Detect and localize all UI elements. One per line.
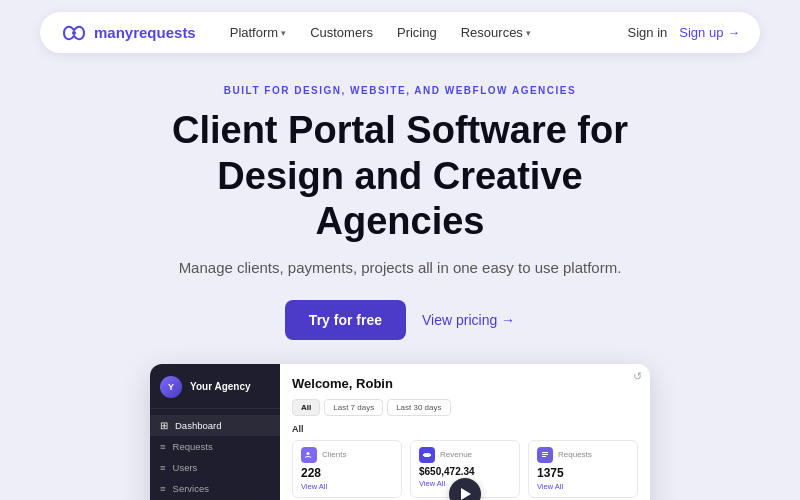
sidebar-item-users[interactable]: ≡ Users	[150, 457, 280, 478]
requests-icon	[537, 447, 553, 463]
agency-header: Y Your Agency	[150, 376, 280, 409]
dashboard-preview: Y Your Agency ⊞ Dashboard ≡ Requests ≡ U…	[0, 364, 800, 500]
revenue-icon	[419, 447, 435, 463]
hero-section: BUILT FOR DESIGN, WEBSITE, AND WEBFLOW A…	[0, 65, 800, 364]
tab-all[interactable]: All	[292, 399, 320, 416]
svg-point-1	[307, 452, 310, 455]
sidebar-item-dashboard[interactable]: ⊞ Dashboard	[150, 415, 280, 436]
logo[interactable]: manyrequests	[60, 24, 196, 42]
hero-badge: BUILT FOR DESIGN, WEBSITE, AND WEBFLOW A…	[40, 85, 760, 96]
dashboard-icon: ⊞	[160, 420, 168, 431]
tab-30days[interactable]: Last 30 days	[387, 399, 450, 416]
chevron-down-icon: ▾	[281, 28, 286, 38]
refresh-icon[interactable]: ↺	[633, 370, 642, 383]
hero-subtitle: Manage clients, payments, projects all i…	[40, 259, 760, 276]
hero-title: Client Portal Software for Design and Cr…	[40, 108, 760, 245]
revenue-card-header: Revenue	[419, 447, 511, 463]
hero-cta: Try for free View pricing →	[40, 300, 760, 340]
nav-links: Platform ▾ Customers Pricing Resources ▾	[220, 20, 628, 45]
sidebar-item-requests[interactable]: ≡ Requests	[150, 436, 280, 457]
date-tabs: All Last 7 days Last 30 days	[292, 399, 638, 416]
tab-7days[interactable]: Last 7 days	[324, 399, 383, 416]
nav-customers[interactable]: Customers	[300, 20, 383, 45]
services-icon: ≡	[160, 483, 166, 494]
revenue-value: $650,472.34	[419, 466, 511, 477]
logo-text: manyrequests	[94, 24, 196, 41]
agency-name: Your Agency	[190, 381, 251, 392]
svg-rect-3	[423, 454, 431, 456]
svg-rect-4	[542, 452, 548, 453]
svg-point-0	[72, 31, 76, 35]
requests-icon: ≡	[160, 441, 166, 452]
clients-icon	[301, 447, 317, 463]
play-icon	[461, 488, 471, 500]
sidebar-item-services[interactable]: ≡ Services	[150, 478, 280, 499]
chevron-down-icon-2: ▾	[526, 28, 531, 38]
nav-auth: Sign in Sign up →	[628, 25, 740, 40]
users-icon: ≡	[160, 462, 166, 473]
signin-button[interactable]: Sign in	[628, 25, 668, 40]
avatar: Y	[160, 376, 182, 398]
view-pricing-button[interactable]: View pricing →	[422, 312, 515, 328]
requests-card-header: Requests	[537, 447, 629, 463]
dashboard-sidebar: Y Your Agency ⊞ Dashboard ≡ Requests ≡ U…	[150, 364, 280, 500]
play-button-overlay	[280, 478, 650, 500]
navbar: manyrequests Platform ▾ Customers Pricin…	[0, 0, 800, 65]
clients-label: Clients	[322, 450, 346, 459]
svg-rect-6	[542, 456, 546, 457]
section-label: All	[292, 424, 638, 434]
clients-card-header: Clients	[301, 447, 393, 463]
requests-label: Requests	[558, 450, 592, 459]
nav-pricing[interactable]: Pricing	[387, 20, 447, 45]
dashboard-container: Y Your Agency ⊞ Dashboard ≡ Requests ≡ U…	[150, 364, 650, 500]
welcome-message: Welcome, Robin	[292, 376, 638, 391]
nav-resources[interactable]: Resources ▾	[451, 20, 541, 45]
try-free-button[interactable]: Try for free	[285, 300, 406, 340]
nav-platform[interactable]: Platform ▾	[220, 20, 296, 45]
signup-button[interactable]: Sign up →	[679, 25, 740, 40]
revenue-label: Revenue	[440, 450, 472, 459]
play-button[interactable]	[449, 478, 481, 500]
svg-rect-5	[542, 454, 548, 455]
